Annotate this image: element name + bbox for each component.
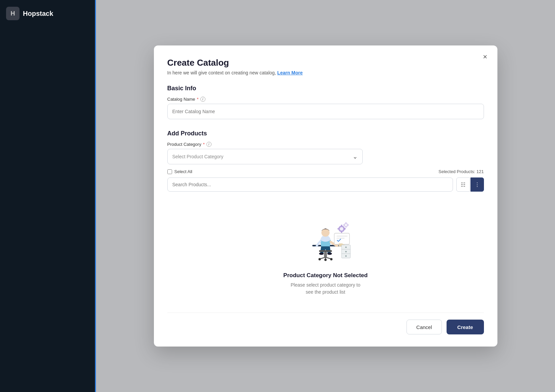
list-view-button[interactable]: ☷ [456, 177, 470, 192]
list-view-icon: ☷ [461, 182, 465, 188]
catalog-name-label-text: Catalog Name [167, 97, 195, 102]
catalog-name-input[interactable] [167, 104, 484, 119]
svg-point-12 [330, 258, 332, 260]
add-products-title: Add Products [167, 130, 484, 137]
grid-view-icon: ⋮ [475, 182, 480, 188]
logo-letter: H [11, 10, 15, 17]
svg-rect-22 [337, 228, 339, 229]
grid-view-button[interactable]: ⋮ [470, 177, 484, 192]
main-area: × Create Catalog In here we will give co… [96, 0, 555, 392]
cancel-button[interactable]: Cancel [406, 320, 442, 334]
basic-info-section: Basic Info Catalog Name * i [167, 85, 484, 119]
empty-state-title: Product Category Not Selected [283, 272, 367, 279]
search-products-input[interactable] [167, 177, 453, 192]
empty-state-subtitle: Please select product category to see th… [291, 282, 360, 296]
add-products-section: Add Products Product Category * i Select… [167, 130, 484, 302]
svg-point-36 [345, 251, 347, 252]
svg-point-11 [319, 258, 321, 260]
empty-state-illustration [296, 210, 355, 265]
svg-point-3 [319, 253, 324, 255]
product-category-info-icon: i [206, 142, 211, 147]
modal-subtitle-text: In here we will give context on creating… [167, 70, 276, 75]
required-indicator: * [197, 97, 199, 102]
svg-point-13 [324, 259, 327, 261]
modal-footer: Cancel Create [167, 313, 484, 334]
controls-row: Select All Selected Products: 121 [167, 169, 484, 174]
select-all-text: Select All [174, 169, 192, 174]
svg-point-37 [345, 255, 347, 257]
select-all-checkbox[interactable] [167, 169, 172, 174]
sidebar: H Hopstack [0, 0, 96, 392]
sidebar-logo: H Hopstack [6, 7, 53, 20]
selected-products-count: Selected Products: 121 [438, 169, 484, 174]
product-category-dropdown[interactable]: Select Product Category ⌄ [167, 149, 363, 164]
product-category-placeholder: Select Product Category [172, 154, 224, 159]
modal-overlay: × Create Catalog In here we will give co… [96, 0, 555, 392]
close-icon: × [483, 53, 487, 61]
view-toggle: ☷ ⋮ [456, 177, 484, 192]
svg-point-4 [327, 253, 332, 255]
product-category-label: Product Category * i [167, 142, 484, 147]
select-all-label[interactable]: Select All [167, 169, 192, 174]
learn-more-link[interactable]: Learn More [277, 70, 302, 75]
chevron-down-icon: ⌄ [353, 153, 358, 160]
modal-subtitle: In here we will give context on creating… [167, 70, 484, 75]
empty-state-subtitle-line1: Please select product category to [291, 282, 360, 288]
svg-rect-28 [346, 227, 347, 228]
empty-state: Product Category Not Selected Please sel… [167, 196, 484, 302]
catalog-name-info-icon: i [200, 97, 205, 102]
product-category-required: * [203, 142, 205, 147]
search-input-wrap [167, 177, 453, 192]
basic-info-title: Basic Info [167, 85, 484, 92]
svg-rect-19 [341, 225, 342, 226]
svg-point-35 [345, 247, 347, 248]
catalog-name-label: Catalog Name * i [167, 97, 484, 102]
svg-rect-27 [346, 222, 347, 223]
svg-point-18 [340, 227, 343, 230]
svg-rect-6 [319, 250, 332, 252]
svg-rect-7 [324, 252, 327, 257]
svg-rect-20 [341, 231, 342, 233]
app-name: Hopstack [23, 10, 53, 18]
create-catalog-modal: × Create Catalog In here we will give co… [154, 45, 497, 347]
create-button[interactable]: Create [447, 320, 484, 334]
svg-rect-14 [334, 233, 350, 244]
modal-close-button[interactable]: × [480, 52, 491, 62]
svg-rect-29 [348, 225, 349, 226]
logo-avatar: H [6, 7, 20, 20]
empty-state-subtitle-line2: see the product list [306, 289, 346, 295]
svg-rect-30 [343, 225, 345, 226]
modal-title: Create Catalog [167, 58, 484, 68]
svg-point-26 [345, 224, 347, 226]
search-toggle-row: ☷ ⋮ [167, 177, 484, 192]
product-category-label-text: Product Category [167, 142, 201, 147]
